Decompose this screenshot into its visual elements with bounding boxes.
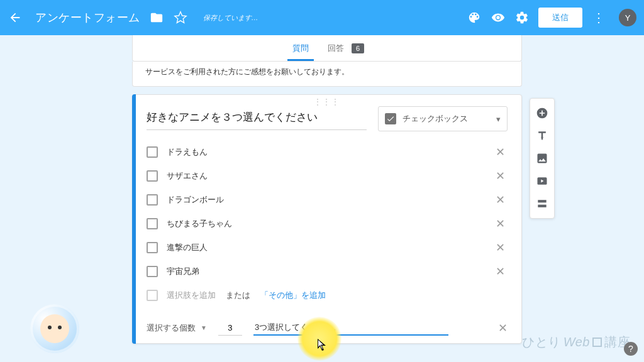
- add-option-button[interactable]: 選択肢を追加: [167, 290, 216, 301]
- option-label-input[interactable]: 宇宙兄弟: [167, 266, 484, 277]
- question-title-input[interactable]: 好きなアニメを３つ選んでください: [147, 106, 367, 130]
- response-validation-row: 選択する個数 ▼ ✕: [147, 320, 508, 336]
- form-description: サービスをご利用された方にご感想をお願いしております。: [145, 67, 349, 76]
- presenter-avatar: [30, 304, 79, 353]
- remove-option-icon[interactable]: ✕: [493, 145, 508, 159]
- checkbox-icon: [147, 170, 158, 182]
- form-description-card: サービスをご利用された方にご感想をお願いしております。: [132, 62, 522, 87]
- help-icon[interactable]: ?: [624, 342, 638, 356]
- option-row: サザエさん✕: [147, 164, 508, 188]
- question-side-toolbar: T: [530, 98, 555, 219]
- svg-rect-3: [538, 200, 546, 202]
- checkbox-type-icon: [385, 113, 396, 124]
- tab-questions[interactable]: 質問: [290, 36, 311, 60]
- add-video-icon[interactable]: [530, 170, 555, 192]
- chevron-down-icon: ▾: [496, 114, 501, 124]
- more-menu-icon[interactable]: ⋮: [591, 11, 606, 24]
- option-label-input[interactable]: 進撃の巨人: [167, 242, 484, 253]
- remove-option-icon[interactable]: ✕: [493, 193, 508, 207]
- watermark: ひとりWeb講座: [522, 334, 630, 351]
- checkbox-placeholder-icon: [147, 290, 158, 301]
- remove-option-icon[interactable]: ✕: [493, 217, 508, 231]
- option-label-input[interactable]: サザエさん: [167, 170, 484, 182]
- tab-responses[interactable]: 回答: [325, 36, 347, 60]
- add-other-button[interactable]: 「その他」を追加: [260, 290, 326, 301]
- dropdown-arrow-icon: ▼: [201, 324, 207, 331]
- app-topbar: アンケートフォーム 保存しています… 送信 ⋮ Y: [0, 0, 644, 35]
- remove-option-icon[interactable]: ✕: [493, 265, 508, 278]
- option-row: ドラゴンボール✕: [147, 188, 508, 212]
- option-row: ちびまる子ちゃん✕: [147, 212, 508, 236]
- add-image-icon[interactable]: [530, 148, 555, 169]
- add-question-icon[interactable]: [530, 102, 555, 124]
- settings-gear-icon[interactable]: [514, 10, 530, 25]
- drag-handle-icon[interactable]: ⋮⋮⋮: [314, 97, 340, 106]
- response-count-badge: 6: [352, 43, 364, 53]
- checkbox-icon: [147, 266, 158, 277]
- option-row: 宇宙兄弟✕: [147, 260, 508, 283]
- folder-icon[interactable]: [149, 10, 164, 25]
- back-arrow-icon[interactable]: [8, 10, 23, 25]
- validation-selector[interactable]: 選択する個数 ▼: [147, 322, 207, 334]
- add-option-row: 選択肢を追加 または 「その他」を追加: [147, 283, 508, 307]
- svg-rect-4: [538, 205, 546, 207]
- preview-eye-icon[interactable]: [491, 10, 506, 25]
- question-card: ⋮⋮⋮ 好きなアニメを３つ選んでください チェックボックス ▾ ドラえもん✕サザ…: [132, 94, 522, 344]
- palette-icon[interactable]: [467, 10, 482, 25]
- remove-validation-icon[interactable]: ✕: [498, 321, 508, 335]
- form-title[interactable]: アンケートフォーム: [35, 10, 140, 25]
- validation-message-input[interactable]: [253, 320, 448, 336]
- checkbox-icon: [147, 146, 158, 158]
- add-title-icon[interactable]: T: [530, 125, 555, 146]
- option-label-input[interactable]: ドラゴンボール: [167, 194, 484, 206]
- question-type-label: チェックボックス: [402, 113, 468, 124]
- option-row: ドラえもん✕: [147, 140, 508, 164]
- svg-text:T: T: [541, 136, 544, 141]
- checkbox-icon: [147, 194, 158, 206]
- account-avatar[interactable]: Y: [619, 9, 636, 26]
- remove-option-icon[interactable]: ✕: [493, 169, 508, 183]
- or-label: または: [226, 290, 250, 301]
- send-button[interactable]: 送信: [538, 8, 582, 28]
- form-tabs: 質問 回答 6: [132, 35, 522, 62]
- checkbox-icon: [147, 242, 158, 253]
- option-label-input[interactable]: ドラえもん: [167, 146, 484, 158]
- question-type-selector[interactable]: チェックボックス ▾: [378, 106, 508, 131]
- saving-status: 保存しています…: [203, 13, 258, 23]
- option-row: 進撃の巨人✕: [147, 236, 508, 260]
- option-label-input[interactable]: ちびまる子ちゃん: [167, 218, 484, 229]
- add-section-icon[interactable]: [530, 193, 555, 214]
- checkbox-icon: [147, 218, 158, 229]
- remove-option-icon[interactable]: ✕: [493, 241, 508, 255]
- validation-selector-label: 選択する個数: [147, 322, 196, 334]
- star-icon[interactable]: [173, 10, 188, 25]
- validation-count-input[interactable]: [218, 321, 242, 336]
